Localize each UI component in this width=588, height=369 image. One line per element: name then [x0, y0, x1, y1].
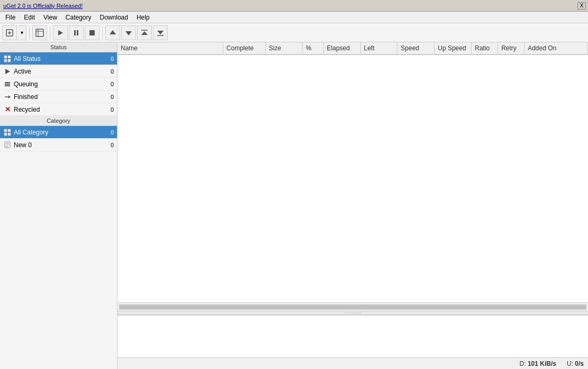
upload-speed-display: U: 0/s	[567, 360, 584, 367]
upload-speed-value: 0/s	[575, 360, 584, 367]
svg-rect-23	[5, 85, 10, 86]
svg-rect-17	[8, 56, 11, 58]
all-category-icon	[3, 128, 12, 137]
sidebar-item-queuing[interactable]: Queuing 0	[0, 78, 117, 91]
svg-rect-8	[77, 30, 78, 35]
stop-button[interactable]	[85, 25, 99, 40]
sidebar-item-all-category[interactable]: All Category 0	[0, 126, 117, 139]
col-elapsed[interactable]: Elapsed	[323, 42, 360, 55]
col-complete[interactable]: Complete	[223, 42, 265, 55]
menu-help[interactable]: Help	[132, 13, 154, 22]
all-category-label: All Category	[14, 129, 103, 136]
title-text[interactable]: uGet 2.0 is Officially Released!	[3, 3, 83, 9]
svg-rect-7	[74, 30, 76, 35]
svg-marker-10	[110, 30, 116, 34]
download-table-container[interactable]: Name Complete Size % Elapsed Left Speed …	[117, 42, 588, 302]
col-percent[interactable]: %	[302, 42, 323, 55]
menu-edit[interactable]: Edit	[20, 13, 39, 22]
svg-rect-26	[4, 129, 7, 132]
move-up-button[interactable]	[105, 25, 120, 40]
new0-label: New 0	[14, 141, 103, 149]
download-label: D:	[520, 360, 526, 367]
sidebar-item-all-status[interactable]: All Status 0	[0, 52, 117, 65]
upload-label: U:	[567, 360, 573, 367]
svg-rect-22	[5, 84, 10, 85]
menu-file[interactable]: File	[1, 13, 20, 22]
all-status-label: All Status	[14, 55, 103, 62]
col-speed[interactable]: Speed	[397, 42, 435, 55]
svg-rect-21	[5, 82, 10, 83]
svg-rect-29	[8, 133, 11, 136]
main-content: Status All Status 0 Active 0	[0, 42, 588, 369]
new0-icon	[3, 141, 12, 149]
separator-2	[50, 26, 50, 39]
svg-rect-27	[8, 129, 11, 132]
sidebar-item-recycled[interactable]: ✕ Recycled 0	[0, 103, 117, 116]
status-section-header: Status	[0, 42, 117, 52]
col-added-on[interactable]: Added On	[524, 42, 588, 55]
scrollbar-track[interactable]	[119, 304, 586, 310]
sidebar: Status All Status 0 Active 0	[0, 42, 117, 369]
scrollbar-thumb[interactable]	[120, 305, 586, 309]
table-header-row: Name Complete Size % Elapsed Left Speed …	[117, 42, 588, 55]
svg-rect-16	[4, 56, 7, 58]
right-panel: Name Complete Size % Elapsed Left Speed …	[117, 42, 588, 369]
menu-view[interactable]: View	[39, 13, 61, 22]
download-speed-display: D: 101 KiB/s	[520, 360, 556, 367]
toolbar: ▾	[0, 23, 588, 42]
download-table: Name Complete Size % Elapsed Left Speed …	[117, 42, 588, 55]
finished-icon	[3, 93, 12, 101]
queuing-label: Queuing	[14, 80, 103, 88]
status-bar: D: 101 KiB/s U: 0/s	[117, 357, 588, 369]
svg-marker-13	[141, 31, 148, 35]
separator-1	[29, 26, 30, 39]
svg-rect-18	[4, 59, 7, 62]
svg-marker-25	[8, 95, 11, 98]
col-left[interactable]: Left	[360, 42, 397, 55]
col-retry[interactable]: Retry	[498, 42, 524, 55]
sidebar-item-active[interactable]: Active 0	[0, 65, 117, 78]
category-section-header: Category	[0, 116, 117, 126]
close-button[interactable]: X	[577, 2, 586, 10]
svg-rect-3	[36, 29, 43, 37]
new-folder-button[interactable]	[32, 25, 47, 40]
recycled-label: Recycled	[14, 106, 103, 113]
detail-panel	[117, 315, 588, 357]
menu-bar: File Edit View Category Download Help	[0, 12, 588, 23]
recycled-count: 0	[103, 106, 114, 113]
active-count: 0	[103, 68, 114, 75]
col-name[interactable]: Name	[117, 42, 223, 55]
all-category-count: 0	[103, 129, 114, 136]
finished-label: Finished	[14, 93, 103, 101]
menu-category[interactable]: Category	[61, 13, 96, 22]
move-down-button[interactable]	[121, 25, 136, 40]
panel-resize-handle[interactable]	[117, 311, 588, 315]
active-icon	[3, 67, 12, 76]
active-label: Active	[14, 68, 103, 75]
move-bottom-button[interactable]	[153, 25, 168, 40]
svg-marker-6	[58, 30, 63, 35]
svg-rect-28	[4, 133, 7, 136]
download-speed-value: 101 KiB/s	[528, 360, 556, 367]
col-size[interactable]: Size	[265, 42, 302, 55]
new-download-dropdown[interactable]: ▾	[18, 25, 26, 40]
svg-rect-19	[8, 59, 11, 62]
svg-marker-20	[5, 69, 10, 74]
recycled-icon: ✕	[3, 105, 12, 114]
pause-button[interactable]	[69, 25, 84, 40]
col-up-speed[interactable]: Up Speed	[435, 42, 472, 55]
new-download-button[interactable]	[2, 25, 17, 40]
finished-count: 0	[103, 94, 114, 100]
svg-rect-9	[89, 30, 95, 35]
all-status-count: 0	[103, 56, 114, 62]
start-button[interactable]	[53, 25, 68, 40]
separator-3	[102, 26, 103, 39]
menu-download[interactable]: Download	[96, 13, 132, 22]
move-top-button[interactable]	[137, 25, 152, 40]
col-ratio[interactable]: Ratio	[472, 42, 498, 55]
horizontal-scrollbar[interactable]	[117, 302, 588, 311]
sidebar-item-new0[interactable]: New 0 0	[0, 139, 117, 151]
svg-marker-15	[157, 31, 164, 34]
queuing-icon	[3, 80, 12, 88]
sidebar-item-finished[interactable]: Finished 0	[0, 91, 117, 103]
